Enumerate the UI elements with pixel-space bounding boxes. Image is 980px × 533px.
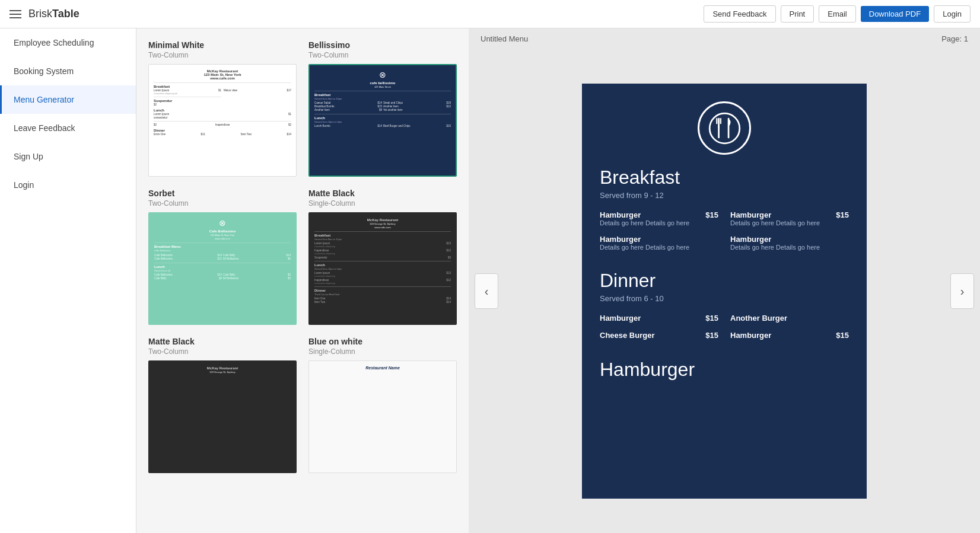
sidebar-item-leave-feedback[interactable]: Leave Feedback xyxy=(0,114,136,142)
dinner-items: Hamburger $15 Another Burger Cheese Burg xyxy=(600,314,849,348)
dinner-title: Dinner xyxy=(600,270,849,292)
template-matte-black-two[interactable]: Matte Black Two-Column McKay Restaurant1… xyxy=(148,337,297,473)
menu-item: Cheese Burger $15 xyxy=(600,331,718,340)
template-preview[interactable]: McKay Restaurant123 Main St, New Yorkwww… xyxy=(148,64,297,177)
menu-title: Untitled Menu xyxy=(481,34,528,43)
breakfast-section: Breakfast Served from 9 - 12 Hamburger $… xyxy=(600,167,849,259)
template-matte-black-single[interactable]: Matte Black Single-Column McKay Restaura… xyxy=(308,189,457,325)
svg-point-0 xyxy=(709,113,740,143)
template-columns: Two-Column xyxy=(148,199,297,208)
print-button[interactable]: Print xyxy=(781,5,814,23)
app-logo: BriskTable xyxy=(28,8,79,20)
menu-item-desc: Details go here Details go here xyxy=(600,219,718,226)
page-info: Page: 1 xyxy=(941,34,968,43)
menu-item-top: Cheese Burger $15 xyxy=(600,331,718,340)
template-sorbet[interactable]: Sorbet Two-Column ⊗ Cafe Bellissimo123 M… xyxy=(148,189,297,325)
menu-item-top: Hamburger xyxy=(730,235,849,244)
template-name: Blue on white xyxy=(308,337,457,346)
standalone-section: Hamburger xyxy=(600,359,849,381)
logo-text: Brisk xyxy=(28,8,52,20)
template-minimal-white[interactable]: Minimal White Two-Column McKay Restauran… xyxy=(148,40,297,177)
menu-item: Hamburger Details go here Details go her… xyxy=(600,235,718,251)
menu-item: Another Burger xyxy=(730,314,849,323)
template-name: Sorbet xyxy=(148,189,297,198)
menu-item-top: Hamburger $15 xyxy=(600,210,718,219)
template-preview[interactable]: ⊗ cafe bellissimo123 Main Street Breakfa… xyxy=(308,64,457,177)
breakfast-items: Hamburger $15 Details go here Details go… xyxy=(600,210,849,259)
preview-header: Untitled Menu Page: 1 xyxy=(469,28,980,49)
fork-knife-icon xyxy=(708,112,741,145)
send-feedback-button[interactable]: Send Feedback xyxy=(704,5,775,23)
preview-nav-area: ‹ xyxy=(469,49,980,533)
next-page-button[interactable]: › xyxy=(950,273,974,309)
menu-item: Hamburger $15 xyxy=(730,331,849,340)
template-columns: Two-Column xyxy=(308,51,457,59)
prev-page-button[interactable]: ‹ xyxy=(475,273,498,309)
menu-icon xyxy=(698,101,751,155)
template-preview[interactable]: McKay Restaurant123 George St, Sydneywww… xyxy=(308,212,457,325)
template-columns: Two-Column xyxy=(148,347,297,356)
template-preview[interactable]: ⊗ Cafe Bellissimo123 Main St, New Yorkww… xyxy=(148,212,297,325)
login-button[interactable]: Login xyxy=(934,5,971,23)
page-label: Page: xyxy=(941,34,962,43)
template-name: Matte Black xyxy=(308,189,457,198)
template-bellissimo[interactable]: Bellissimo Two-Column ⊗ cafe bellissimo1… xyxy=(308,40,457,177)
header-right: Send Feedback Print Email Download PDF L… xyxy=(704,5,971,23)
templates-panel: Minimal White Two-Column McKay Restauran… xyxy=(136,28,469,533)
template-preview[interactable]: Restaurant Name xyxy=(308,360,457,473)
dinner-section: Dinner Served from 6 - 10 Hamburger $15 … xyxy=(600,270,849,348)
template-preview[interactable]: McKay Restaurant123 George St, Sydney xyxy=(148,360,297,473)
menu-item: Hamburger Details go here Details go her… xyxy=(730,235,849,251)
sidebar-item-sign-up[interactable]: Sign Up xyxy=(0,142,136,171)
template-name: Matte Black xyxy=(148,337,297,346)
menu-item-desc: Details go here Details go here xyxy=(600,244,718,251)
sidebar: Employee Scheduling Booking System Menu … xyxy=(0,28,136,533)
sidebar-item-employee-scheduling[interactable]: Employee Scheduling xyxy=(0,28,136,57)
menu-page: Breakfast Served from 9 - 12 Hamburger $… xyxy=(582,84,867,499)
hamburger-menu[interactable] xyxy=(9,10,21,18)
template-grid: Minimal White Two-Column McKay Restauran… xyxy=(148,40,457,473)
template-columns: Single-Column xyxy=(308,347,457,356)
breakfast-title: Breakfast xyxy=(600,167,849,189)
preview-panel: Untitled Menu Page: 1 ‹ xyxy=(469,28,980,533)
menu-item-top: Hamburger $15 xyxy=(730,331,849,340)
email-button[interactable]: Email xyxy=(819,5,856,23)
template-blue-on-white[interactable]: Blue on white Single-Column Restaurant N… xyxy=(308,337,457,473)
page-number: 1 xyxy=(964,34,968,43)
template-name: Minimal White xyxy=(148,40,297,50)
menu-item-top: Another Burger xyxy=(730,314,849,323)
menu-item: Hamburger $15 Details go here Details go… xyxy=(600,210,718,226)
sidebar-item-menu-generator[interactable]: Menu Generator xyxy=(0,85,136,114)
standalone-item: Hamburger xyxy=(600,359,849,381)
menu-item-desc: Details go here Details go here xyxy=(730,244,849,251)
breakfast-subtitle: Served from 9 - 12 xyxy=(600,191,849,200)
template-columns: Two-Column xyxy=(148,51,297,59)
dinner-subtitle: Served from 6 - 10 xyxy=(600,294,849,303)
menu-item: Hamburger $15 Details go here Details go… xyxy=(730,210,849,226)
menu-item: Hamburger $15 xyxy=(600,314,718,323)
sidebar-item-login[interactable]: Login xyxy=(0,171,136,199)
menu-item-top: Hamburger xyxy=(600,235,718,244)
menu-item-desc: Details go here Details go here xyxy=(730,219,849,226)
header-left: BriskTable xyxy=(9,8,79,20)
app-header: BriskTable Send Feedback Print Email Dow… xyxy=(0,0,980,28)
sidebar-item-booking-system[interactable]: Booking System xyxy=(0,57,136,85)
main-layout: Employee Scheduling Booking System Menu … xyxy=(0,28,980,533)
menu-item-top: Hamburger $15 xyxy=(600,314,718,323)
menu-item-top: Hamburger $15 xyxy=(730,210,849,219)
download-pdf-button[interactable]: Download PDF xyxy=(861,6,929,22)
template-columns: Single-Column xyxy=(308,199,457,208)
logo-bold: Table xyxy=(52,8,79,20)
template-name: Bellissimo xyxy=(308,40,457,50)
